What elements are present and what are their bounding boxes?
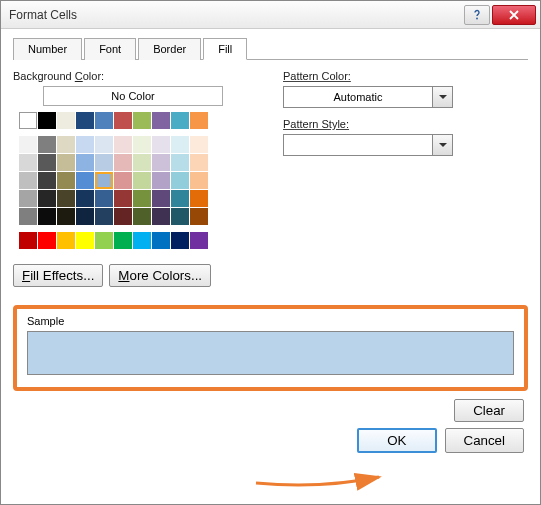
svg-point-0: [476, 17, 478, 19]
color-swatch[interactable]: [114, 154, 132, 171]
color-swatch[interactable]: [19, 208, 37, 225]
pattern-color-value: Automatic: [284, 87, 432, 107]
color-swatch[interactable]: [171, 112, 189, 129]
pattern-color-label: Pattern Color:: [283, 70, 528, 82]
color-swatch[interactable]: [133, 154, 151, 171]
color-swatch[interactable]: [76, 190, 94, 207]
color-swatch[interactable]: [114, 172, 132, 189]
color-swatch[interactable]: [152, 190, 170, 207]
color-swatch[interactable]: [76, 208, 94, 225]
swatch-nofill[interactable]: [19, 112, 37, 129]
color-swatch[interactable]: [38, 154, 56, 171]
color-swatch[interactable]: [171, 190, 189, 207]
color-swatch[interactable]: [57, 232, 75, 249]
color-swatch[interactable]: [133, 190, 151, 207]
color-swatch[interactable]: [152, 232, 170, 249]
color-swatch[interactable]: [190, 112, 208, 129]
tab-border[interactable]: Border: [138, 38, 201, 60]
chevron-down-icon[interactable]: [432, 135, 452, 155]
color-swatch[interactable]: [114, 112, 132, 129]
color-swatch[interactable]: [190, 172, 208, 189]
fill-effects-button[interactable]: Fill Effects...: [13, 264, 103, 287]
color-swatch[interactable]: [57, 136, 75, 153]
color-swatch[interactable]: [76, 232, 94, 249]
color-swatch[interactable]: [171, 232, 189, 249]
color-swatch[interactable]: [133, 172, 151, 189]
color-swatch[interactable]: [57, 208, 75, 225]
color-swatch[interactable]: [76, 172, 94, 189]
color-swatch[interactable]: [190, 154, 208, 171]
pattern-style-value: [284, 135, 432, 155]
color-swatch[interactable]: [95, 208, 113, 225]
color-swatch[interactable]: [152, 154, 170, 171]
tab-number[interactable]: Number: [13, 38, 82, 60]
pattern-style-combo[interactable]: [283, 134, 453, 156]
color-swatch[interactable]: [114, 190, 132, 207]
color-swatch[interactable]: [152, 208, 170, 225]
color-swatch[interactable]: [95, 172, 113, 189]
color-swatch[interactable]: [38, 208, 56, 225]
color-swatch[interactable]: [95, 136, 113, 153]
color-swatch[interactable]: [76, 154, 94, 171]
more-colors-button[interactable]: More Colors...: [109, 264, 211, 287]
tab-fill[interactable]: Fill: [203, 38, 247, 60]
color-swatch[interactable]: [171, 136, 189, 153]
color-swatch[interactable]: [38, 172, 56, 189]
color-swatch[interactable]: [133, 208, 151, 225]
color-swatch[interactable]: [190, 208, 208, 225]
color-swatch[interactable]: [19, 172, 37, 189]
format-cells-dialog: Format Cells Number Font Border Fill Bac…: [0, 0, 541, 505]
color-swatch[interactable]: [95, 190, 113, 207]
color-swatch[interactable]: [114, 136, 132, 153]
ok-button[interactable]: OK: [357, 428, 436, 453]
color-swatch[interactable]: [38, 112, 56, 129]
sample-group: Sample: [13, 305, 528, 391]
color-swatch[interactable]: [133, 136, 151, 153]
background-color-label: Background Color:: [13, 70, 253, 82]
color-swatch[interactable]: [76, 136, 94, 153]
color-swatch[interactable]: [190, 232, 208, 249]
color-swatch[interactable]: [95, 112, 113, 129]
color-swatch[interactable]: [133, 232, 151, 249]
tab-font[interactable]: Font: [84, 38, 136, 60]
color-swatch[interactable]: [190, 190, 208, 207]
color-swatch[interactable]: [19, 136, 37, 153]
close-icon: [508, 9, 520, 21]
color-swatch[interactable]: [57, 172, 75, 189]
color-swatch[interactable]: [19, 154, 37, 171]
pattern-color-combo[interactable]: Automatic: [283, 86, 453, 108]
no-color-button[interactable]: No Color: [43, 86, 223, 106]
pattern-style-label: Pattern Style:: [283, 118, 528, 130]
color-swatch[interactable]: [152, 136, 170, 153]
color-swatch[interactable]: [19, 232, 37, 249]
color-swatch[interactable]: [190, 136, 208, 153]
color-swatch[interactable]: [57, 190, 75, 207]
clear-button[interactable]: Clear: [454, 399, 524, 422]
color-swatch[interactable]: [171, 208, 189, 225]
cancel-button[interactable]: Cancel: [445, 428, 525, 453]
color-swatch[interactable]: [57, 154, 75, 171]
color-swatch[interactable]: [38, 190, 56, 207]
tab-strip: Number Font Border Fill: [13, 37, 528, 60]
color-swatch[interactable]: [19, 190, 37, 207]
chevron-down-icon[interactable]: [432, 87, 452, 107]
help-button[interactable]: [464, 5, 490, 25]
close-button[interactable]: [492, 5, 536, 25]
color-swatch[interactable]: [133, 112, 151, 129]
color-swatch[interactable]: [114, 232, 132, 249]
window-title: Format Cells: [9, 8, 464, 22]
color-swatch[interactable]: [95, 154, 113, 171]
sample-preview: [27, 331, 514, 375]
color-swatch[interactable]: [171, 154, 189, 171]
color-swatch[interactable]: [171, 172, 189, 189]
color-swatch[interactable]: [57, 112, 75, 129]
color-swatch[interactable]: [152, 112, 170, 129]
color-swatch[interactable]: [152, 172, 170, 189]
color-swatch[interactable]: [38, 136, 56, 153]
color-swatch[interactable]: [38, 232, 56, 249]
sample-label: Sample: [27, 315, 514, 327]
color-palette: [19, 112, 253, 250]
color-swatch[interactable]: [76, 112, 94, 129]
color-swatch[interactable]: [114, 208, 132, 225]
color-swatch[interactable]: [95, 232, 113, 249]
